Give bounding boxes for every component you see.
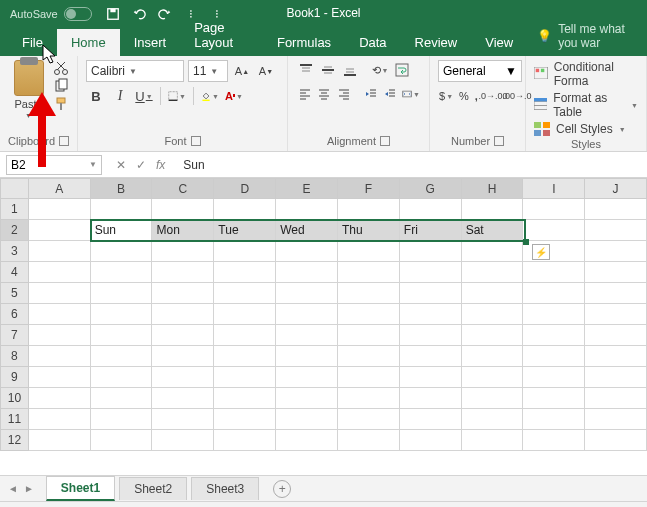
increase-font-icon[interactable]: A▲ (232, 61, 252, 81)
col-header-A[interactable]: A (28, 179, 90, 199)
save-icon[interactable] (106, 7, 120, 21)
cell-D2[interactable]: Tue (214, 220, 276, 241)
cell-H2[interactable]: Sat (461, 220, 523, 241)
row-header-1[interactable]: 1 (1, 199, 29, 220)
percent-format-icon[interactable]: % (458, 86, 470, 106)
formula-input[interactable]: Sun (175, 158, 647, 172)
cancel-formula-icon[interactable]: ✕ (116, 158, 126, 172)
redo-icon[interactable] (158, 7, 172, 21)
row-header-9[interactable]: 9 (1, 367, 29, 388)
bold-button[interactable]: B (86, 86, 106, 106)
row-header-2[interactable]: 2 (1, 220, 29, 241)
new-sheet-button[interactable]: + (273, 480, 291, 498)
row-header-12[interactable]: 12 (1, 430, 29, 451)
format-painter-icon[interactable] (53, 96, 69, 110)
merge-center-icon[interactable]: ▼ (401, 84, 421, 104)
cell-styles-button[interactable]: Cell Styles▼ (534, 122, 638, 136)
cut-icon[interactable] (53, 60, 69, 74)
decrease-indent-icon[interactable] (362, 84, 380, 104)
paste-button[interactable]: Paste ▼ (8, 60, 49, 133)
italic-button[interactable]: I (110, 86, 130, 106)
row-header-3[interactable]: 3 (1, 241, 29, 262)
number-format-combo[interactable]: General▼ (438, 60, 522, 82)
cell-E2[interactable]: Wed (276, 220, 338, 241)
select-all-corner[interactable] (1, 179, 29, 199)
cell[interactable] (28, 199, 90, 220)
increase-decimal-icon[interactable]: .0→.00 (483, 86, 503, 106)
sheet-tab-2[interactable]: Sheet2 (119, 477, 187, 500)
tab-review[interactable]: Review (401, 29, 472, 56)
font-dialog-launcher[interactable] (191, 136, 201, 146)
cell-F2[interactable]: Thu (338, 220, 400, 241)
row-header-10[interactable]: 10 (1, 388, 29, 409)
cell-G2[interactable]: Fri (399, 220, 461, 241)
tab-file[interactable]: File (8, 29, 57, 56)
col-header-J[interactable]: J (585, 179, 647, 199)
borders-icon[interactable]: ▼ (167, 86, 187, 106)
clipboard-dialog-launcher[interactable] (59, 136, 69, 146)
row-header-6[interactable]: 6 (1, 304, 29, 325)
col-header-B[interactable]: B (90, 179, 152, 199)
name-box[interactable]: B2▼ (6, 155, 102, 175)
tab-view[interactable]: View (471, 29, 527, 56)
row-header-8[interactable]: 8 (1, 346, 29, 367)
col-header-D[interactable]: D (214, 179, 276, 199)
sheet-tab-3[interactable]: Sheet3 (191, 477, 259, 500)
tab-insert[interactable]: Insert (120, 29, 181, 56)
group-clipboard: Paste ▼ Clipboard (0, 56, 78, 151)
row-header-5[interactable]: 5 (1, 283, 29, 304)
sheet-nav-prev-icon[interactable]: ◄ (8, 483, 18, 494)
fill-color-icon[interactable]: ▼ (200, 86, 220, 106)
align-right-icon[interactable] (335, 84, 353, 104)
align-top-icon[interactable] (296, 60, 316, 80)
row-header-4[interactable]: 4 (1, 262, 29, 283)
number-dialog-launcher[interactable] (494, 136, 504, 146)
conditional-formatting-button[interactable]: Conditional Forma (534, 60, 638, 88)
col-header-G[interactable]: G (399, 179, 461, 199)
quick-analysis-icon[interactable]: ⚡ (532, 244, 550, 260)
worksheet-grid[interactable]: A B C D E F G H I J 1 2 Sun Mon Tue Wed … (0, 178, 647, 475)
cell-C2[interactable]: Mon (152, 220, 214, 241)
align-center-icon[interactable] (316, 84, 334, 104)
orientation-icon[interactable]: ⟲▼ (370, 60, 390, 80)
sheet-tab-1[interactable]: Sheet1 (46, 476, 115, 501)
enter-formula-icon[interactable]: ✓ (136, 158, 146, 172)
col-header-C[interactable]: C (152, 179, 214, 199)
font-size-combo[interactable]: 11▼ (188, 60, 228, 82)
col-header-H[interactable]: H (461, 179, 523, 199)
svg-point-3 (63, 70, 68, 75)
align-left-icon[interactable] (296, 84, 314, 104)
format-as-table-button[interactable]: Format as Table▼ (534, 91, 638, 119)
sheet-nav-next-icon[interactable]: ► (24, 483, 34, 494)
font-color-icon[interactable]: A▼ (224, 86, 244, 106)
decrease-decimal-icon[interactable]: .00→.0 (507, 86, 527, 106)
autosave-toggle[interactable]: AutoSave (0, 7, 92, 21)
wrap-text-icon[interactable] (392, 60, 412, 80)
row-header-7[interactable]: 7 (1, 325, 29, 346)
cell-B2[interactable]: Sun (90, 220, 152, 241)
tab-page-layout[interactable]: Page Layout (180, 14, 263, 56)
tell-me-search[interactable]: 💡 Tell me what you war (527, 16, 647, 56)
col-header-E[interactable]: E (276, 179, 338, 199)
tab-formulas[interactable]: Formulas (263, 29, 345, 56)
row-header-11[interactable]: 11 (1, 409, 29, 430)
underline-button[interactable]: U▼ (134, 86, 154, 106)
fx-icon[interactable]: fx (156, 158, 165, 172)
decrease-font-icon[interactable]: A▼ (256, 61, 276, 81)
col-header-I[interactable]: I (523, 179, 585, 199)
increase-indent-icon[interactable] (381, 84, 399, 104)
align-bottom-icon[interactable] (340, 60, 360, 80)
undo-icon[interactable] (132, 7, 146, 21)
svg-rect-10 (202, 100, 209, 101)
copy-icon[interactable] (53, 78, 69, 92)
alignment-dialog-launcher[interactable] (380, 136, 390, 146)
toggle-off-icon[interactable] (64, 7, 92, 21)
accounting-format-icon[interactable]: $▼ (438, 86, 454, 106)
tab-home[interactable]: Home (57, 29, 120, 56)
align-middle-icon[interactable] (318, 60, 338, 80)
tab-data[interactable]: Data (345, 29, 400, 56)
font-name-combo[interactable]: Calibri▼ (86, 60, 184, 82)
group-alignment: ⟲▼ ▼ Alignment (288, 56, 430, 151)
fill-handle[interactable] (523, 239, 529, 245)
col-header-F[interactable]: F (338, 179, 400, 199)
